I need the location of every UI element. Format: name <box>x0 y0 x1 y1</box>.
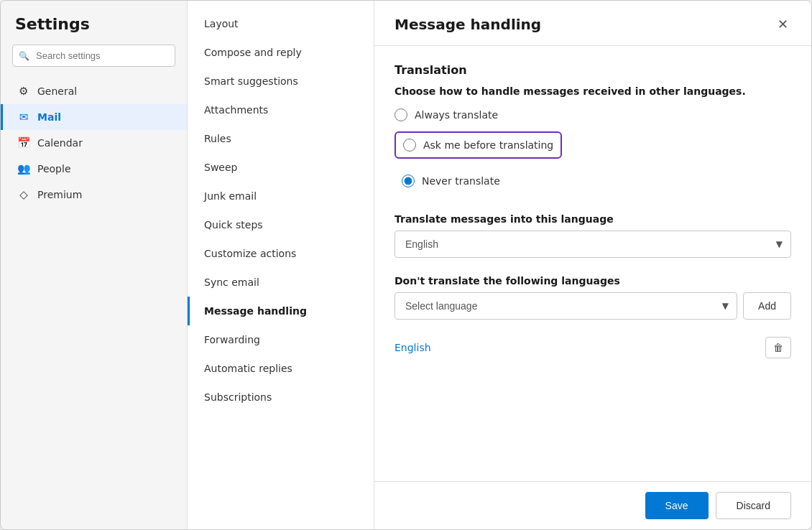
middle-item-subscriptions[interactable]: Subscriptions <box>188 383 374 412</box>
radio-ask-highlighted-wrapper[interactable]: Ask me before translating <box>395 131 562 159</box>
sidebar-item-general[interactable]: ⚙ General <box>1 78 187 104</box>
dont-translate-label: Don't translate the following languages <box>395 275 791 287</box>
radio-always-label: Always translate <box>415 109 498 121</box>
panel-header: Message handling ✕ <box>374 1 811 46</box>
radio-always-translate[interactable]: Always translate <box>395 108 791 121</box>
middle-item-sync[interactable]: Sync email <box>188 268 374 297</box>
middle-item-junk[interactable]: Junk email <box>188 182 374 210</box>
main-panel: Message handling ✕ Translation Choose ho… <box>374 1 811 529</box>
panel-body: Translation Choose how to handle message… <box>374 46 811 481</box>
middle-item-messagehandling[interactable]: Message handling <box>188 297 374 325</box>
middle-item-autoreply[interactable]: Automatic replies <box>188 354 374 383</box>
sidebar: Settings 🔍 ⚙ General ✉ Mail 📅 Calendar <box>1 1 188 529</box>
radio-never-input[interactable] <box>402 175 415 187</box>
translation-radio-group: Always translate Ask me before translati… <box>395 108 791 193</box>
radio-ask-label: Ask me before translating <box>423 139 553 151</box>
sidebar-label-premium: Premium <box>37 189 82 200</box>
translation-section-title: Translation <box>395 63 791 77</box>
calendar-icon: 📅 <box>17 136 30 149</box>
add-language-button[interactable]: Add <box>743 292 791 320</box>
delete-language-button[interactable]: 🗑 <box>765 337 791 358</box>
search-icon: 🔍 <box>19 51 29 61</box>
sidebar-label-people: People <box>37 163 71 175</box>
translation-section-desc: Choose how to handle messages received i… <box>395 85 791 97</box>
middle-item-rules[interactable]: Rules <box>188 124 374 153</box>
language-list-item: English 🗑 <box>395 331 791 364</box>
sidebar-item-mail[interactable]: ✉ Mail <box>1 104 187 130</box>
radio-never-label: Never translate <box>422 175 500 187</box>
translate-into-label: Translate messages into this language <box>395 213 791 225</box>
close-button[interactable]: ✕ <box>775 14 791 35</box>
discard-button[interactable]: Discard <box>716 492 791 519</box>
panel-footer: Save Discard <box>374 481 811 529</box>
radio-never-translate[interactable]: Never translate <box>395 169 791 193</box>
panel-title: Message handling <box>395 16 541 33</box>
middle-item-compose[interactable]: Compose and reply <box>188 38 374 67</box>
radio-ask-input[interactable] <box>403 139 416 152</box>
middle-item-sweep[interactable]: Sweep <box>188 153 374 182</box>
sidebar-nav: ⚙ General ✉ Mail 📅 Calendar 👥 People ◇ <box>1 78 187 208</box>
radio-always-input[interactable] <box>395 108 407 121</box>
trash-icon: 🗑 <box>773 342 783 353</box>
sidebar-item-premium[interactable]: ◇ Premium <box>1 182 187 208</box>
sidebar-label-calendar: Calendar <box>37 137 83 149</box>
language-name-english: English <box>395 342 431 353</box>
sidebar-item-calendar[interactable]: 📅 Calendar <box>1 130 187 156</box>
middle-item-customize[interactable]: Customize actions <box>188 239 374 268</box>
add-language-row: Select language English Spanish French G… <box>395 292 791 320</box>
sidebar-title: Settings <box>1 15 187 45</box>
sidebar-item-people[interactable]: 👥 People <box>1 156 187 182</box>
save-button[interactable]: Save <box>645 492 709 519</box>
translate-language-select-wrap: English Spanish French German Chinese ▼ <box>395 231 791 258</box>
search-input[interactable] <box>12 45 175 67</box>
middle-item-attachments[interactable]: Attachments <box>188 96 374 124</box>
premium-icon: ◇ <box>17 188 30 201</box>
sidebar-label-general: General <box>37 85 77 97</box>
mail-icon: ✉ <box>17 111 30 124</box>
middle-column: Layout Compose and reply Smart suggestio… <box>188 1 374 529</box>
select-language-wrap: Select language English Spanish French G… <box>395 292 737 320</box>
sidebar-label-mail: Mail <box>37 111 61 123</box>
middle-item-layout[interactable]: Layout <box>188 9 374 38</box>
middle-item-quicksteps[interactable]: Quick steps <box>188 210 374 239</box>
translate-language-select[interactable]: English Spanish French German Chinese <box>395 231 791 258</box>
search-box: 🔍 <box>12 45 175 67</box>
middle-item-smart[interactable]: Smart suggestions <box>188 67 374 96</box>
settings-window: Settings 🔍 ⚙ General ✉ Mail 📅 Calendar <box>0 0 812 530</box>
gear-icon: ⚙ <box>17 85 30 98</box>
people-icon: 👥 <box>17 162 30 175</box>
middle-item-forwarding[interactable]: Forwarding <box>188 325 374 354</box>
select-language-dropdown[interactable]: Select language English Spanish French G… <box>395 292 737 320</box>
